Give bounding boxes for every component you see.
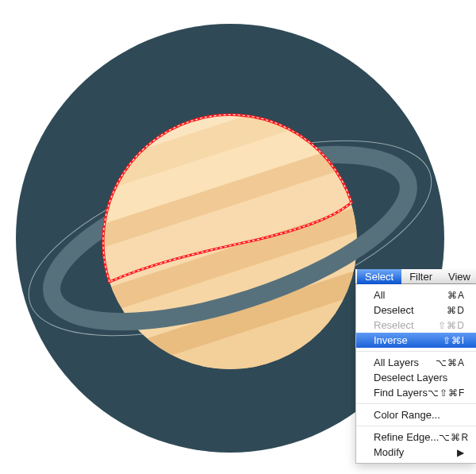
menu-label: Modify bbox=[374, 446, 404, 458]
menu-label: Color Range... bbox=[374, 409, 440, 421]
menu-item-reselect: Reselect ⇧⌘D bbox=[356, 318, 476, 333]
menu-item-find-layers[interactable]: Find Layers ⌥⇧⌘F bbox=[356, 385, 476, 400]
menu-label: All bbox=[374, 289, 385, 301]
menu-separator bbox=[356, 351, 476, 352]
menubar-item-select[interactable]: Select bbox=[357, 269, 401, 284]
menu-shortcut: ⌥⇧⌘F bbox=[428, 387, 465, 399]
menu-shortcut: ⌘D bbox=[447, 305, 465, 316]
menu-label: Deselect Layers bbox=[374, 372, 447, 383]
menubar: Select Filter View Windo bbox=[355, 269, 476, 284]
menu-shortcut: ⇧⌘I bbox=[443, 335, 465, 346]
menu-label: All Layers bbox=[374, 356, 419, 368]
submenu-arrow-icon: ▶ bbox=[457, 447, 465, 458]
menu-label: Find Layers bbox=[374, 387, 428, 399]
menu-label: Reselect bbox=[374, 319, 414, 331]
menu-label: Deselect bbox=[374, 304, 414, 316]
menubar-item-filter[interactable]: Filter bbox=[401, 269, 440, 284]
menu-item-refine-edge[interactable]: Refine Edge... ⌥⌘R bbox=[356, 430, 476, 445]
menubar-item-view[interactable]: View bbox=[440, 269, 476, 284]
menu-item-modify[interactable]: Modify ▶ bbox=[356, 445, 476, 460]
menu-shortcut: ⌥⌘A bbox=[436, 357, 465, 368]
menu-label: Inverse bbox=[374, 334, 408, 346]
menu-separator bbox=[356, 426, 476, 426]
select-menu: All ⌘A Deselect ⌘D Reselect ⇧⌘D Inverse … bbox=[355, 284, 476, 464]
menu-label: Refine Edge... bbox=[374, 431, 439, 443]
menu-shortcut: ⌘A bbox=[447, 290, 465, 301]
menu-separator bbox=[356, 403, 476, 404]
menu-item-color-range[interactable]: Color Range... bbox=[356, 407, 476, 422]
menu-item-all-layers[interactable]: All Layers ⌥⌘A bbox=[356, 355, 476, 370]
menu-shortcut: ⇧⌘D bbox=[438, 320, 465, 331]
menu-item-deselect[interactable]: Deselect ⌘D bbox=[356, 303, 476, 318]
menu-shortcut: ⌥⌘R bbox=[439, 432, 469, 443]
menu-item-all[interactable]: All ⌘A bbox=[356, 287, 476, 303]
menu-item-deselect-layers[interactable]: Deselect Layers bbox=[356, 370, 476, 385]
menu-item-inverse[interactable]: Inverse ⇧⌘I bbox=[356, 333, 476, 348]
